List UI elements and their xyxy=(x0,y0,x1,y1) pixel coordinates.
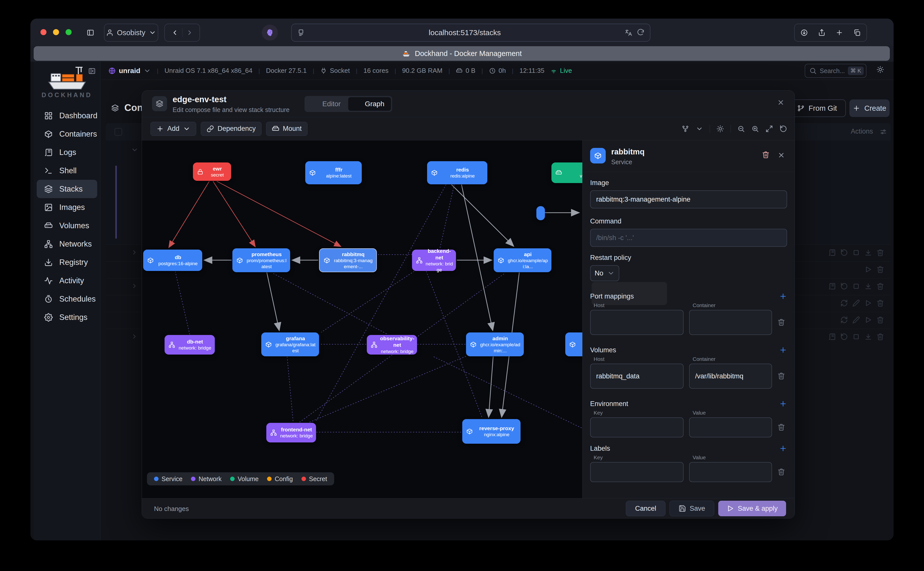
restart-icon[interactable] xyxy=(841,249,848,256)
chevron-right-icon[interactable] xyxy=(131,282,138,290)
sidebar-item-stacks[interactable]: Stacks xyxy=(37,180,97,198)
graph-node-rabbitmq[interactable]: rabbitmqrabbitmq:3-management-... xyxy=(319,248,377,272)
logs-icon[interactable] xyxy=(828,249,836,256)
logs-icon[interactable] xyxy=(828,282,836,290)
graph-node-grafana[interactable]: grafanagrafana/grafana:latest xyxy=(261,332,319,356)
graph-node-redis[interactable]: redisredis:alpine xyxy=(427,161,487,184)
close-panel-icon[interactable] xyxy=(777,151,785,159)
sidebar-item-images[interactable]: Images xyxy=(37,198,97,216)
sidebar-collapse-icon[interactable] xyxy=(88,67,96,75)
sidebar-item-schedules[interactable]: Schedules xyxy=(37,290,97,308)
sidebar-item-settings[interactable]: Settings xyxy=(37,308,97,326)
graph-node-db-net[interactable]: db-netnetwork: bridge xyxy=(165,335,215,355)
remove-environment-icon[interactable] xyxy=(777,423,785,431)
downloads-icon[interactable] xyxy=(800,29,808,36)
play-icon[interactable] xyxy=(864,299,872,307)
pull-icon[interactable] xyxy=(864,249,872,256)
translate-icon[interactable] xyxy=(625,29,632,36)
add-labels-icon[interactable] xyxy=(779,444,787,452)
graph-node-admin[interactable]: adminghcr.io/example/admin:... xyxy=(466,332,524,356)
graph-node-ewr[interactable]: ewrsecret xyxy=(193,162,231,181)
sidebar-item-volumes[interactable]: Volumes xyxy=(37,216,97,235)
profile-menu[interactable]: Osobisty xyxy=(104,24,158,42)
new-tab-icon[interactable] xyxy=(836,29,843,36)
chevron-down-icon[interactable] xyxy=(131,146,138,154)
zoom-out-icon[interactable] xyxy=(737,125,745,133)
restart-icon[interactable] xyxy=(841,333,848,341)
forward-button[interactable] xyxy=(186,29,193,36)
volumes-container-input[interactable] xyxy=(689,364,772,389)
save-apply-button[interactable]: Save & apply xyxy=(718,501,786,516)
sidebar-item-registry[interactable]: Registry xyxy=(37,253,97,272)
ports-container-input[interactable] xyxy=(689,310,772,335)
tab-graph[interactable]: Graph xyxy=(348,97,391,111)
logs-icon[interactable] xyxy=(828,333,836,341)
brightness-icon[interactable] xyxy=(717,125,724,133)
environment-value-input[interactable] xyxy=(689,417,772,437)
reader-mode-icon[interactable] xyxy=(297,29,305,36)
image-input[interactable] xyxy=(590,190,787,208)
sidebar-item-shell[interactable]: Shell xyxy=(37,162,97,180)
extension-button[interactable] xyxy=(262,25,278,41)
active-tab[interactable]: Dockhand - Docker Management xyxy=(34,46,890,61)
host-context[interactable]: unraid xyxy=(108,67,151,75)
command-input[interactable] xyxy=(590,229,787,247)
sidebar-item-dashboard[interactable]: Dashboard xyxy=(37,106,97,125)
trash-icon[interactable] xyxy=(876,316,884,324)
share-icon[interactable] xyxy=(818,29,825,36)
remove-labels-icon[interactable] xyxy=(777,468,785,475)
fit-view-icon[interactable] xyxy=(765,125,773,133)
sidebar-item-logs[interactable]: Logs xyxy=(37,143,97,162)
sidebar-item-activity[interactable]: Activity xyxy=(37,272,97,290)
close-icon[interactable] xyxy=(777,99,785,106)
close-window-button[interactable] xyxy=(40,29,46,35)
add-environment-icon[interactable] xyxy=(779,400,787,408)
play-icon[interactable] xyxy=(864,265,872,273)
sync-icon[interactable] xyxy=(841,299,848,307)
reset-layout-icon[interactable] xyxy=(780,125,787,133)
play-icon[interactable] xyxy=(864,316,872,324)
minimize-window-button[interactable] xyxy=(53,29,59,35)
add-volumes-icon[interactable] xyxy=(779,346,787,354)
sidebar-item-networks[interactable]: Networks xyxy=(37,235,97,253)
trash-icon[interactable] xyxy=(876,265,884,273)
add-node-button[interactable]: Add xyxy=(150,122,196,136)
graph-node-db[interactable]: dbpostgres:16-alpine xyxy=(143,250,202,271)
edit-icon[interactable] xyxy=(852,316,860,324)
graph-node-frontend-net[interactable]: frontend-netnetwork: bridge xyxy=(266,423,316,443)
mount-button[interactable]: Mount xyxy=(266,122,307,136)
sidebar-toggle-button[interactable] xyxy=(80,24,101,42)
labels-value-input[interactable] xyxy=(689,462,772,482)
environment-key-input[interactable] xyxy=(590,417,684,437)
select-all-checkbox[interactable] xyxy=(114,128,122,136)
trash-icon[interactable] xyxy=(876,249,884,256)
back-button[interactable] xyxy=(171,29,179,36)
graph-node-fffr[interactable]: fffralpine:latest xyxy=(305,161,362,184)
search-input[interactable]: Search... ⌘ K xyxy=(805,64,867,78)
volumes-host-input[interactable] xyxy=(590,364,684,389)
remove-volumes-icon[interactable] xyxy=(777,372,785,380)
column-settings-icon[interactable] xyxy=(879,128,887,136)
zoom-window-button[interactable] xyxy=(66,29,72,35)
pull-icon[interactable] xyxy=(864,282,872,290)
restart-icon[interactable] xyxy=(841,282,848,290)
url-bar[interactable]: localhost:5173/stacks xyxy=(291,24,651,42)
zoom-in-icon[interactable] xyxy=(751,125,759,133)
stop-icon[interactable] xyxy=(852,249,860,256)
stop-icon[interactable] xyxy=(852,282,860,290)
chevron-right-icon[interactable] xyxy=(131,333,138,340)
trash-icon[interactable] xyxy=(876,333,884,341)
reload-icon[interactable] xyxy=(637,29,644,36)
sidebar-item-containers[interactable]: Containers xyxy=(37,125,97,143)
add-ports-icon[interactable] xyxy=(779,292,787,300)
tab-editor[interactable]: Editor xyxy=(306,97,347,111)
graph-node-backend-net[interactable]: backend-netnetwork: bridge xyxy=(412,250,456,271)
create-button[interactable]: Create xyxy=(849,99,890,117)
graph-node-prometheus[interactable]: prometheusprom/prometheus:latest xyxy=(232,248,290,272)
save-button[interactable]: Save xyxy=(669,501,714,516)
graph-node-hidden-node[interactable] xyxy=(536,206,545,220)
stop-icon[interactable] xyxy=(852,333,860,341)
labels-key-input[interactable] xyxy=(590,462,684,482)
chevron-down-icon[interactable] xyxy=(695,125,703,133)
tabs-icon[interactable] xyxy=(853,29,861,36)
